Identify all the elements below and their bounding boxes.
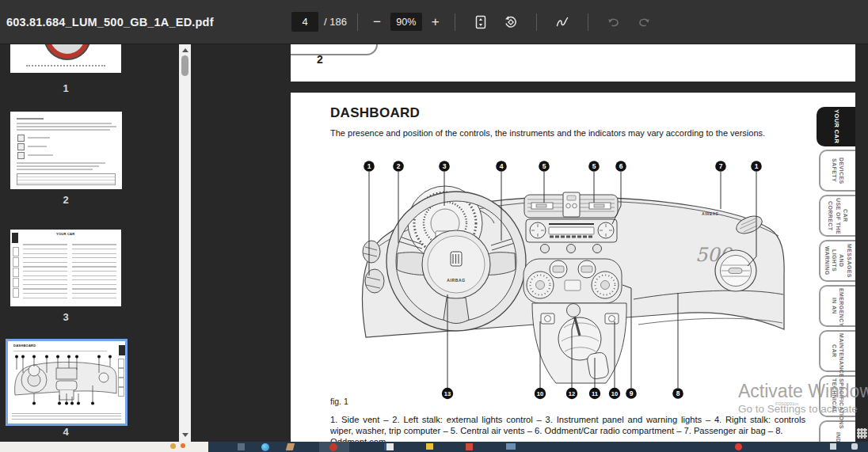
section-tab-your-car[interactable]: YOUR CAR bbox=[817, 107, 855, 146]
svg-text:10: 10 bbox=[537, 390, 543, 397]
pdf-page-4: DASHBOARD The presence and position of t… bbox=[291, 93, 855, 442]
thumb4-section-tab bbox=[119, 345, 125, 355]
zoom-in-button[interactable]: + bbox=[427, 12, 444, 32]
svg-text:6: 6 bbox=[619, 162, 623, 170]
svg-text:3: 3 bbox=[443, 162, 447, 170]
svg-text:1: 1 bbox=[755, 162, 759, 170]
thumb2-notice-box bbox=[17, 173, 116, 185]
app-icon-window[interactable] bbox=[384, 443, 394, 450]
caption-line-1: 1. Side vent – 2. Left stalk: external l… bbox=[330, 414, 805, 425]
thumb3-section-tab bbox=[12, 233, 18, 243]
windows-taskbar bbox=[0, 442, 868, 452]
redo-icon[interactable] bbox=[636, 14, 652, 30]
app-icon-folder[interactable] bbox=[426, 443, 433, 450]
fiat-logo-icon bbox=[451, 252, 462, 266]
app-icon-2[interactable] bbox=[286, 443, 295, 450]
climate-controls bbox=[523, 259, 622, 303]
scroll-indicator[interactable] bbox=[857, 428, 867, 439]
toolbar-controls: / 186 − 90% + bbox=[291, 0, 659, 44]
draw-annotate-icon[interactable] bbox=[554, 14, 570, 30]
svg-text:10: 10 bbox=[611, 390, 618, 397]
intro-text: The presence and position of the control… bbox=[330, 128, 765, 138]
thumbnail-page-3[interactable]: YOUR CAR bbox=[10, 230, 121, 306]
dashboard-diagram: AIRBAG bbox=[348, 158, 792, 412]
taskbar-light-segment[interactable] bbox=[0, 442, 208, 452]
callouts-top: 1 2 3 4 5 5 6 7 1 bbox=[364, 161, 762, 172]
passenger-airbag-label: AIRBAG bbox=[702, 212, 718, 216]
scroll-up-arrow-icon[interactable] bbox=[182, 48, 188, 52]
figure-code: F0S0001m bbox=[775, 401, 798, 406]
section-tabs: YOUR CAR SAFETY DEVICES CORRECT USE OF T… bbox=[813, 107, 855, 452]
toolbar-divider bbox=[455, 13, 455, 31]
section-tab-car-maintenance[interactable]: CAR MAINTENANCE bbox=[819, 330, 855, 372]
svg-text:4: 4 bbox=[500, 162, 504, 170]
svg-text:7: 7 bbox=[719, 162, 723, 170]
document-title: 603.81.684_LUM_500_GB_1A_ED.pdf bbox=[6, 0, 214, 44]
section-tab-correct-use[interactable]: CORRECT USE OF THE CAR bbox=[819, 195, 855, 237]
app-icon-blue-rect[interactable] bbox=[506, 443, 516, 450]
tray-icon-2[interactable] bbox=[851, 443, 858, 450]
thumbnail-page-1[interactable] bbox=[10, 44, 121, 73]
scroll-down-arrow-icon[interactable] bbox=[182, 433, 188, 437]
figure-label: fig. 1 bbox=[330, 397, 348, 406]
svg-text:2: 2 bbox=[397, 162, 401, 170]
app-icon-gold[interactable] bbox=[170, 443, 176, 449]
sidebar-scrollbar[interactable] bbox=[179, 44, 191, 442]
prev-page-number: 2 bbox=[317, 53, 323, 66]
thumbnail-page-4-selected[interactable]: DASHBOARD bbox=[6, 339, 128, 426]
app-icon-1[interactable] bbox=[238, 443, 245, 450]
undo-icon[interactable] bbox=[606, 14, 622, 30]
cover-logo-arc bbox=[45, 44, 89, 59]
svg-text:12: 12 bbox=[569, 390, 575, 397]
thumb4-mini-diagram bbox=[10, 354, 120, 406]
toolbar-divider bbox=[357, 13, 358, 31]
section-tab-in-an-emergency[interactable]: IN AN EMERGENCY bbox=[819, 285, 855, 327]
page-title: DASHBOARD bbox=[330, 105, 420, 121]
sidebar-scrollbar-thumb[interactable] bbox=[181, 55, 188, 76]
thumb4-heading: DASHBOARD bbox=[13, 344, 36, 348]
thumb3-title: YOUR CAR bbox=[56, 233, 74, 236]
tray-icon-1[interactable] bbox=[830, 443, 836, 450]
fit-to-page-icon[interactable] bbox=[473, 14, 489, 30]
pdf-page-3-bottom: 2 bbox=[291, 44, 855, 82]
page-number-input[interactable] bbox=[291, 12, 318, 32]
page-count-label: / 186 bbox=[324, 16, 347, 28]
thumb3-toc-column bbox=[72, 241, 116, 301]
rotate-icon[interactable] bbox=[503, 14, 519, 30]
taskbar-dark-segment bbox=[208, 442, 868, 452]
central-air-vents bbox=[524, 192, 618, 218]
svg-text:11: 11 bbox=[592, 390, 598, 397]
toolbar-divider bbox=[588, 13, 588, 31]
section-tab-safety-devices[interactable]: SAFETY DEVICES bbox=[819, 150, 855, 192]
thumbnail-label-3: 3 bbox=[10, 311, 121, 323]
svg-text:1: 1 bbox=[367, 162, 371, 170]
thumbnail-page-2[interactable] bbox=[10, 112, 122, 189]
section-tab-technical-specifications[interactable]: TECHNICAL SPECIFICATIONS bbox=[819, 375, 855, 417]
thumb3-toc-column bbox=[23, 241, 67, 301]
tray-icon-red[interactable] bbox=[735, 443, 742, 450]
zoom-level-value[interactable]: 90% bbox=[390, 13, 422, 31]
section-tab-warning-lights[interactable]: WARNING LIGHTS AND MESSAGES bbox=[819, 240, 855, 282]
thumbnail-label-2: 2 bbox=[10, 194, 121, 206]
svg-text:13: 13 bbox=[444, 390, 451, 397]
zoom-out-button[interactable]: − bbox=[368, 12, 386, 32]
svg-text:9: 9 bbox=[630, 389, 634, 397]
svg-text:5: 5 bbox=[592, 162, 596, 170]
gear-lever-console bbox=[532, 303, 626, 383]
cover-dots bbox=[26, 65, 106, 66]
pdf-toolbar: 603.81.684_LUM_500_GB_1A_ED.pdf / 186 − … bbox=[0, 0, 868, 44]
app-icon-cortana[interactable] bbox=[261, 443, 269, 451]
app-icon-orange[interactable] bbox=[181, 443, 185, 448]
thumb4-caption-lines bbox=[12, 411, 121, 420]
thumbnail-label-4: 4 bbox=[10, 426, 121, 438]
callouts-bottom: 13 10 12 11 10 9 8 bbox=[442, 388, 683, 399]
app-icon-active-red[interactable] bbox=[329, 443, 337, 451]
svg-text:5: 5 bbox=[542, 162, 546, 170]
wheel-airbag-label: AIRBAG bbox=[447, 278, 465, 283]
app-icon-red-square[interactable] bbox=[466, 443, 473, 450]
pdf-viewer-window: 603.81.684_LUM_500_GB_1A_ED.pdf / 186 − … bbox=[0, 0, 868, 452]
svg-text:8: 8 bbox=[676, 389, 680, 397]
thumbnail-label-1: 1 bbox=[10, 82, 121, 94]
toolbar-divider bbox=[536, 13, 537, 31]
prev-page-tab-outline bbox=[291, 44, 378, 55]
